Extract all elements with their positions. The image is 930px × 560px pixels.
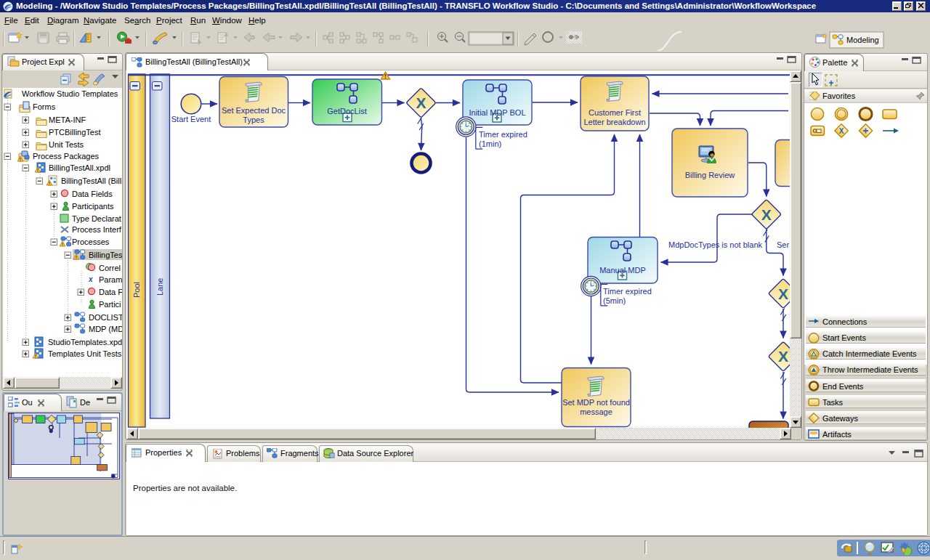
svg-text:GetDocList: GetDocList [327, 107, 366, 115]
svg-text:Billing Review: Billing Review [685, 171, 735, 179]
svg-text:x: x [88, 275, 93, 283]
svg-text:BillingTestAll.xpdl: BillingTestAll.xpdl [49, 163, 110, 172]
svg-text:Start Event: Start Event [171, 115, 211, 123]
svg-text:Modeling: Modeling [846, 36, 879, 44]
svg-text:Timer expired: Timer expired [479, 130, 527, 139]
svg-text:(5min): (5min) [603, 296, 626, 305]
svg-text:Process Interf: Process Interf [72, 225, 122, 234]
svg-text:BillingTest: BillingTest [89, 251, 122, 259]
svg-text:X: X [778, 348, 788, 365]
svg-text:X: X [761, 206, 772, 223]
svg-text:Type Declarat: Type Declarat [72, 214, 121, 223]
svg-text:X: X [778, 285, 788, 302]
svg-text:Participants: Participants [72, 202, 114, 211]
svg-text:MdpDocTypes is not blank: MdpDocTypes is not blank [668, 240, 763, 249]
svg-text:X: X [416, 94, 426, 111]
svg-text:(1min): (1min) [479, 139, 501, 148]
svg-text:X: X [839, 127, 844, 135]
svg-text:Initial MDP BOL: Initial MDP BOL [469, 108, 525, 117]
svg-text:Pool: Pool [132, 282, 141, 298]
svg-text:Types: Types [243, 115, 264, 124]
svg-text:Data Fields: Data Fields [72, 190, 113, 198]
svg-text:DOCLIST (: DOCLIST ( [89, 313, 122, 322]
svg-text:Processes: Processes [72, 238, 110, 246]
svg-text:StudioTemplates.xpdl: StudioTemplates.xpdl [48, 338, 122, 346]
svg-text:Process Packages: Process Packages [33, 152, 100, 161]
svg-text:message: message [580, 407, 612, 416]
svg-text:META-INF: META-INF [49, 115, 86, 124]
svg-text:Timer expired: Timer expired [603, 287, 652, 296]
svg-text:Forms: Forms [33, 102, 56, 111]
svg-text:Ser: Ser [777, 240, 789, 249]
svg-text:Letter breakdown: Letter breakdown [584, 118, 646, 126]
svg-text:Data F: Data F [99, 288, 122, 296]
svg-text:Partici: Partici [99, 300, 121, 309]
svg-text:Workflow Studio Templates: Workflow Studio Templates [22, 89, 118, 98]
svg-text:Lane: Lane [155, 278, 164, 296]
svg-text:PTCBillingTest: PTCBillingTest [49, 128, 101, 137]
svg-text:Customer First: Customer First [589, 108, 641, 117]
svg-text:MDP (MDF: MDP (MDF [89, 325, 122, 333]
svg-text:Unit Tests: Unit Tests [49, 140, 84, 149]
svg-text:Set Expected Doc: Set Expected Doc [222, 106, 286, 115]
svg-text:BillingTestAll (Billin: BillingTestAll (Billin [61, 176, 122, 185]
svg-text:Manual MDP: Manual MDP [599, 266, 646, 275]
svg-text:Set MDP not found: Set MDP not found [562, 398, 630, 407]
svg-text:Templates Unit Tests.: Templates Unit Tests. [48, 349, 122, 358]
svg-text:Correl: Correl [99, 264, 121, 272]
svg-text:Param: Param [99, 275, 122, 284]
